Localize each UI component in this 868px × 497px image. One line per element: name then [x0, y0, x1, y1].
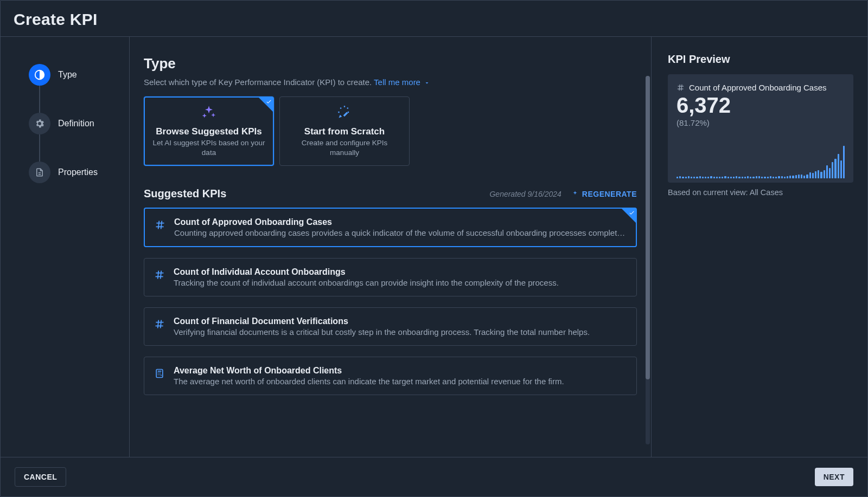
preview-column: KPI Preview Count of Approved Onboarding… [652, 37, 867, 457]
kpi-text: Count of Individual Account OnboardingsT… [174, 267, 559, 287]
card-desc: Let AI suggest KPIs based on your data [152, 138, 265, 158]
sparkline-chart [676, 146, 845, 178]
kpi-desc: Tracking the count of individual account… [174, 278, 559, 287]
suggested-kpi-card[interactable]: Count of Financial Document Verification… [144, 307, 637, 346]
preview-kpi-value: 6,372 [676, 93, 845, 117]
suggested-kpi-card[interactable]: Count of Approved Onboarding CasesCounti… [144, 208, 637, 247]
spark-bar [744, 177, 746, 178]
suggested-title: Suggested KPIs [144, 188, 226, 200]
kpi-text: Count of Approved Onboarding CasesCounti… [174, 217, 626, 237]
spark-bar [832, 162, 833, 178]
spark-bar [803, 176, 805, 178]
spark-bar [826, 165, 828, 178]
calculator-icon [154, 368, 165, 381]
kpi-text: Count of Financial Document Verification… [174, 317, 590, 337]
next-button[interactable]: NEXT [815, 468, 853, 486]
spark-bar [727, 177, 729, 178]
spark-bar [834, 159, 836, 178]
spark-bar [775, 177, 777, 178]
card-desc: Create and configure KPIs manually [288, 138, 401, 158]
kpi-title: Count of Individual Account Onboardings [174, 267, 559, 277]
spark-bar [761, 177, 763, 178]
preview-kpi-label: Count of Approved Onboarding Cases [689, 83, 827, 92]
kpi-preview-card: Count of Approved Onboarding Cases 6,372… [668, 74, 853, 183]
spark-bar [838, 154, 839, 178]
selected-corner [622, 209, 636, 223]
stepper: Type Definition Properties [29, 64, 119, 210]
check-icon [629, 210, 635, 216]
spark-bar [685, 177, 687, 178]
check-icon [266, 99, 272, 105]
chevron-down-icon [424, 80, 430, 86]
card-title: Start from Scratch [304, 126, 385, 137]
magic-wand-icon [336, 105, 353, 122]
step-properties[interactable]: Properties [29, 162, 119, 183]
dialog-body: Type Definition Properties [1, 37, 867, 457]
spark-bar [736, 176, 737, 178]
selected-corner [259, 98, 273, 112]
step-label: Properties [58, 167, 98, 177]
tell-me-more-link[interactable]: Tell me more [374, 78, 430, 87]
content-wrap: Type Select which type of Key Performanc… [130, 37, 867, 457]
hash-icon [155, 220, 165, 233]
spark-bar [691, 177, 692, 178]
scrollbar[interactable] [644, 76, 650, 444]
stepper-sidebar: Type Definition Properties [1, 37, 130, 457]
spark-bar [713, 177, 715, 178]
spark-bar [733, 177, 735, 178]
spark-bar [679, 176, 681, 178]
suggested-kpi-card[interactable]: Count of Individual Account OnboardingsT… [144, 258, 637, 296]
gear-icon [29, 113, 50, 134]
create-kpi-dialog: Create KPI Type Definition [0, 0, 868, 497]
kpi-desc: Verifying financial documents is a criti… [174, 327, 590, 337]
sparkles-icon [571, 190, 579, 198]
suggested-kpi-card[interactable]: Average Net Worth of Onboarded ClientsTh… [144, 357, 637, 395]
spark-bar [824, 170, 825, 178]
spark-bar [693, 177, 695, 178]
kpi-desc: The average net worth of onboarded clien… [174, 377, 564, 386]
spark-bar [773, 177, 774, 178]
preview-note: Based on current view: All Cases [668, 188, 853, 197]
kpi-desc: Counting approved onboarding cases provi… [174, 228, 626, 237]
spark-bar [707, 177, 709, 178]
spark-bar [682, 177, 684, 178]
spark-bar [778, 176, 780, 178]
suggested-kpi-list: Count of Approved Onboarding CasesCounti… [144, 208, 637, 395]
spark-bar [756, 176, 757, 178]
spark-bar [784, 177, 786, 178]
hash-icon [154, 319, 165, 332]
spark-bar [829, 168, 831, 178]
card-browse-suggested[interactable]: Browse Suggested KPIs Let AI suggest KPI… [144, 96, 274, 166]
generated-date: Generated 9/16/2024 [489, 190, 561, 198]
sparkles-icon [201, 105, 217, 122]
spark-bar [806, 175, 808, 179]
spark-bar [795, 175, 797, 178]
spark-bar [722, 177, 723, 178]
tell-me-more-label: Tell me more [374, 78, 420, 87]
spark-bar [818, 170, 819, 178]
spark-bar [742, 177, 743, 178]
spark-bar [705, 177, 706, 178]
spark-bar [747, 176, 749, 178]
spark-bar [710, 176, 712, 178]
spark-bar [787, 176, 788, 178]
step-definition[interactable]: Definition [29, 113, 119, 134]
spark-bar [738, 177, 740, 178]
cancel-button[interactable]: CANCEL [15, 467, 66, 487]
spark-bar [702, 177, 704, 178]
kpi-title: Count of Approved Onboarding Cases [174, 217, 626, 227]
spark-bar [801, 175, 802, 179]
kpi-title: Average Net Worth of Onboarded Clients [174, 366, 564, 376]
spark-bar [719, 177, 720, 178]
step-label: Definition [58, 119, 94, 128]
spark-bar [724, 176, 726, 178]
kpi-text: Average Net Worth of Onboarded ClientsTh… [174, 366, 564, 386]
spark-bar [840, 160, 842, 178]
step-type[interactable]: Type [29, 64, 119, 86]
spark-bar [770, 176, 771, 178]
regenerate-label: REGENERATE [582, 190, 637, 198]
step-label: Type [58, 70, 77, 80]
regenerate-button[interactable]: REGENERATE [571, 190, 637, 198]
card-start-from-scratch[interactable]: Start from Scratch Create and configure … [279, 96, 410, 166]
contrast-icon [29, 64, 50, 86]
